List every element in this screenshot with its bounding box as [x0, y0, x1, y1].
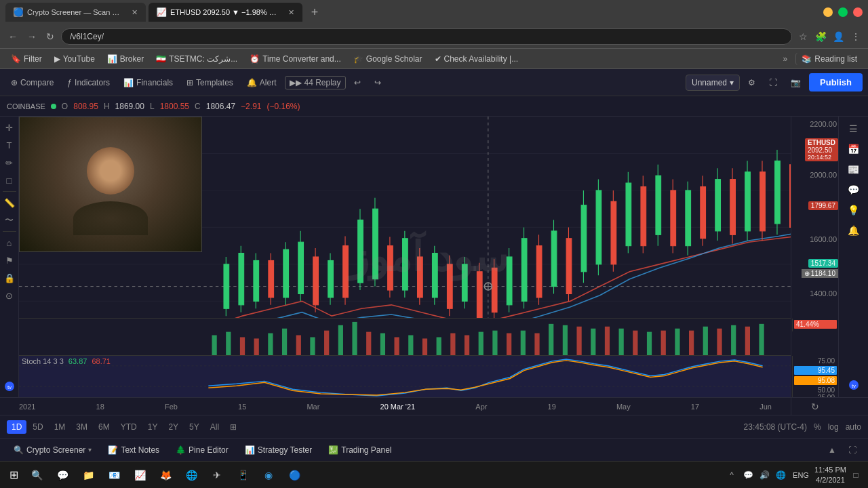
tf-ytd[interactable]: YTD [116, 420, 142, 434]
unnamed-dropdown[interactable]: Unnamed ▾ [686, 75, 740, 91]
alert-button[interactable]: 🔔 Alert [241, 75, 282, 90]
compare-button[interactable]: ⊕ Compare [5, 75, 59, 90]
lock-tool[interactable]: 🔒 [1, 270, 18, 286]
magnet-tool[interactable]: ⊙ [1, 287, 18, 304]
svg-rect-113 [450, 333, 455, 355]
indicators-button[interactable]: ƒ Indicators [62, 75, 115, 90]
templates-button[interactable]: ⊞ Templates [181, 75, 239, 90]
taskbar-edge[interactable]: 🌐 [179, 463, 203, 487]
tray-chat[interactable]: 💬 [741, 468, 755, 482]
home-tool[interactable]: ⌂ [1, 235, 18, 251]
tf-5y[interactable]: 5Y [184, 420, 204, 434]
back-button[interactable]: ← [5, 30, 20, 43]
svg-text:tv: tv [7, 384, 11, 390]
tf-1d[interactable]: 1D [7, 420, 26, 434]
refresh-button[interactable]: ↻ [43, 30, 57, 43]
address-input[interactable] [61, 28, 792, 45]
settings-icon[interactable]: ⋮ [849, 31, 863, 42]
time-axis-refresh[interactable]: ↻ [791, 398, 838, 415]
tray-clock[interactable]: 11:45 PM 4/2/2021 [814, 465, 846, 485]
tf-1m[interactable]: 1M [50, 420, 71, 434]
profile-icon[interactable]: 👤 [831, 31, 845, 42]
publish-button[interactable]: Publish [809, 73, 863, 92]
taskbar-firefox[interactable]: 🦊 [153, 463, 178, 487]
bookmark-check-availability[interactable]: ✔ Check Availability |... [429, 53, 524, 65]
taskbar-app1[interactable]: 📱 [231, 463, 255, 487]
ideas-icon[interactable]: 💡 [844, 201, 863, 220]
tf-3m[interactable]: 3M [71, 420, 92, 434]
bookmark-time-converter[interactable]: ⏰ Time Converter and... [244, 53, 347, 65]
tab-pine-editor[interactable]: 🌲 Pine Editor [169, 443, 235, 458]
tf-5d[interactable]: 5D [28, 420, 47, 434]
auto-toggle[interactable]: auto [846, 422, 861, 432]
tf-2y[interactable]: 2Y [163, 420, 183, 434]
tray-show-desktop[interactable]: □ [849, 468, 863, 482]
tf-custom[interactable]: ⊞ [225, 420, 241, 434]
tab-strategy-tester[interactable]: 📊 Strategy Tester [238, 443, 319, 458]
taskbar-search[interactable]: 🔍 [24, 463, 49, 487]
tf-1y[interactable]: 1Y [143, 420, 163, 434]
bookmark-broker[interactable]: 📊 Broker [102, 53, 149, 65]
tray-volume[interactable]: 🔊 [757, 468, 771, 482]
panel-collapse-button[interactable]: ▲ [823, 443, 841, 457]
tab-text-notes[interactable]: 📝 Text Notes [101, 443, 166, 458]
reading-list-button[interactable]: 📚 Reading list [795, 53, 863, 65]
redo-button[interactable]: ↪ [369, 75, 387, 90]
panel-maximize-button[interactable]: ⛶ [844, 443, 861, 457]
watchlist-icon[interactable]: ☰ [844, 119, 863, 138]
new-tab-button[interactable]: + [305, 3, 324, 22]
close-button[interactable] [853, 7, 863, 17]
taskbar-metatrader[interactable]: 📈 [127, 463, 152, 487]
tab-crypto-screener[interactable]: 🔍 Crypto Screener ▾ [7, 443, 98, 458]
camera-button[interactable]: 📷 [785, 75, 806, 90]
maximize-button[interactable] [838, 7, 848, 17]
tab-ethusd[interactable]: 📈 ETHUSD 2092.50 ▼ −1.98% Un... ✕ [149, 3, 302, 22]
tab-trading-panel[interactable]: 💹 Trading Panel [321, 443, 398, 458]
tf-all[interactable]: All [205, 420, 224, 434]
bookmark-tsetmc[interactable]: 🇮🇷 TSETMC: شرکت... [151, 53, 243, 65]
log-toggle[interactable]: log [828, 422, 839, 432]
bookmark-google-scholar[interactable]: 🎓 Google Scholar [348, 53, 428, 65]
calendar-icon[interactable]: 📅 [844, 140, 863, 159]
taskbar-app2[interactable]: ◉ [256, 463, 281, 487]
pct-toggle[interactable]: % [814, 422, 821, 432]
forward-button[interactable]: → [24, 30, 39, 43]
taskbar-explorer[interactable]: 📁 [76, 463, 100, 487]
drawing-tool[interactable]: ✏ [1, 155, 18, 171]
templates-label: Templates [196, 78, 233, 87]
fullscreen-button[interactable]: ⛶ [764, 75, 783, 90]
bookmark-youtube[interactable]: ▶ YouTube [49, 53, 100, 65]
shape-tool[interactable]: □ [1, 172, 18, 188]
chat-icon[interactable]: 💬 [844, 180, 863, 199]
financials-button[interactable]: 📊 Financials [118, 75, 178, 90]
taskbar-telegram[interactable]: ✈ [205, 463, 229, 487]
tab-crypto-screener[interactable]: 🔵 Crypto Screener — Scan Crypto... ✕ [5, 3, 146, 22]
undo-button[interactable]: ↩ [349, 75, 366, 90]
taskbar-whatsapp[interactable]: 💬 [50, 463, 75, 487]
tray-chevron[interactable]: ^ [725, 468, 738, 482]
tf-6m[interactable]: 6M [94, 420, 115, 434]
tab-close-2[interactable]: ✕ [288, 8, 294, 17]
tray-language[interactable]: ENG [790, 471, 812, 479]
alert-list-icon[interactable]: 🔔 [844, 221, 863, 240]
extension-icon[interactable]: 🧩 [814, 31, 827, 42]
minimize-button[interactable] [823, 7, 833, 17]
star-icon[interactable]: ☆ [796, 31, 810, 42]
news-icon[interactable]: 📰 [844, 160, 863, 179]
taskbar-app3[interactable]: 🔵 [282, 463, 307, 487]
start-button[interactable]: ⊞ [3, 464, 24, 486]
replay-button[interactable]: ▶▶ 44 Replay [285, 76, 346, 89]
bookmark-filter[interactable]: 🔖 Filter [5, 53, 47, 65]
tray-network[interactable]: 🌐 [774, 468, 787, 482]
fibonacci-tool[interactable]: 〜 [1, 212, 18, 228]
flag-tool[interactable]: ⚑ [1, 252, 18, 268]
crosshair-tool[interactable]: ✛ [1, 119, 18, 136]
measure-tool[interactable]: 📏 [1, 195, 18, 211]
text-tool[interactable]: T [1, 137, 18, 153]
taskbar-outlook[interactable]: 📧 [102, 463, 126, 487]
tab-close-1[interactable]: ✕ [132, 8, 138, 17]
bookmarks-more-button[interactable]: » [779, 53, 792, 65]
price-1600: 1600.00 [810, 235, 837, 243]
tv-icon[interactable]: tv [844, 375, 863, 394]
settings-button[interactable]: ⚙ [743, 75, 761, 90]
